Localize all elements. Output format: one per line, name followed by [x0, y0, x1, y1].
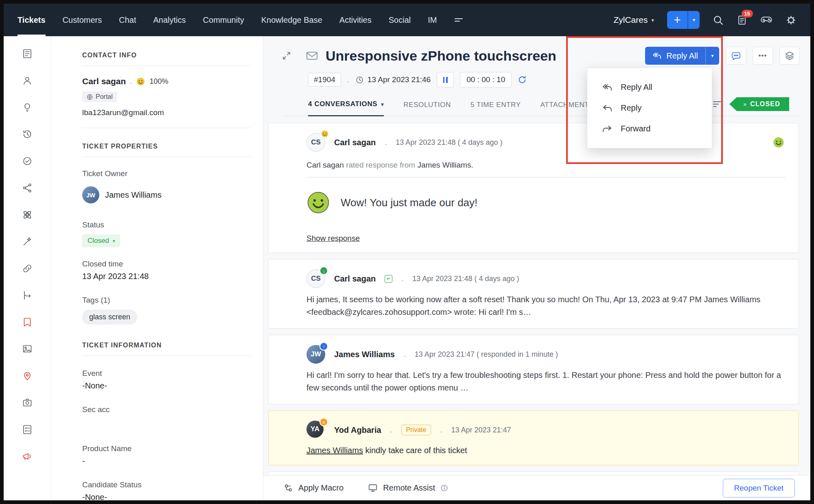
bookmarks-icon[interactable]	[22, 317, 33, 327]
reply-dropdown-menu: Reply All Reply Forward	[587, 68, 712, 148]
nav-customers[interactable]: Customers	[63, 4, 102, 36]
field-label-product-name: Product Name	[82, 444, 251, 453]
camera-icon[interactable]	[22, 397, 33, 408]
nav-social[interactable]: Social	[389, 4, 411, 36]
add-button[interactable]: +	[667, 11, 687, 29]
menu-item-forward[interactable]: Forward	[587, 118, 712, 139]
contact-info-heading: CONTACT INFO	[82, 52, 251, 59]
rated-mid: rated response from	[346, 161, 415, 169]
links-icon[interactable]	[22, 263, 33, 274]
conversation-incoming-card[interactable]: CS ↓ Carl sagan ↵ . 13 Apr 2023 21:48 ( …	[268, 259, 799, 329]
private-note-card[interactable]: YA ≡ Yod Agbaria . Private . 13 Apr 2023…	[268, 410, 799, 465]
ticket-main-area: Unresponsive zPhone touchscreen Reply Al…	[263, 36, 810, 500]
tab-resolution[interactable]: RESOLUTION	[403, 101, 451, 116]
share-icon[interactable]	[22, 183, 33, 193]
reopen-ticket-button[interactable]: Reopen Ticket	[723, 479, 795, 497]
insights-icon[interactable]	[22, 102, 33, 113]
show-response-link[interactable]: Show response	[306, 234, 360, 243]
notifications-icon[interactable]: 15	[737, 15, 747, 26]
happiness-smiley-icon	[136, 77, 145, 86]
nav-chat[interactable]: Chat	[119, 4, 136, 36]
remote-assist-button[interactable]: Remote Assist	[368, 483, 448, 493]
field-label-event: Event	[82, 369, 251, 378]
note-message-rest: kindly take care of this ticket	[365, 446, 467, 455]
ticket-side-panel: CONTACT INFO Carl sagan . 100% Portal lb…	[51, 36, 263, 500]
workflow-icon[interactable]	[22, 290, 33, 301]
ticket-details-icon[interactable]	[22, 48, 33, 59]
dot-separator: .	[404, 350, 406, 359]
timer-display: 00 : 00 : 10	[460, 72, 512, 87]
status-dropdown[interactable]: Closed ▾	[82, 234, 120, 247]
checklist-icon[interactable]	[22, 424, 33, 435]
menu-item-reply-all[interactable]: Reply All	[587, 77, 712, 98]
tab-attachments[interactable]: ATTACHMENTS	[540, 101, 594, 116]
notification-count-badge: 15	[742, 10, 753, 17]
history-icon[interactable]	[22, 129, 33, 140]
conversation-thread: CS Carl sagan . 13 Apr 2023 21:48 ( 4 da…	[263, 116, 810, 475]
comments-button[interactable]	[726, 47, 746, 65]
dotted-divider	[306, 177, 785, 178]
search-icon[interactable]	[713, 15, 724, 26]
announcement-icon[interactable]	[22, 451, 33, 462]
dot-separator: .	[440, 426, 442, 434]
dot-separator: .	[347, 76, 349, 84]
nav-items: Tickets Customers Chat Analytics Communi…	[18, 4, 464, 36]
nav-knowledge-base[interactable]: Knowledge Base	[261, 4, 322, 36]
mention-link[interactable]: James Williams	[306, 446, 363, 455]
department-selector[interactable]: ZylCares ▾	[613, 15, 654, 25]
rated-author: Carl sagan	[306, 161, 344, 169]
settings-gear-icon[interactable]	[786, 15, 796, 26]
conversation-outgoing-card[interactable]: JW ↑ James Williams . 13 Apr 2023 21:47 …	[268, 335, 799, 404]
globe-icon	[87, 94, 93, 100]
automation-wand-icon[interactable]	[22, 236, 33, 247]
monitor-icon	[368, 483, 378, 493]
timer-pause-button[interactable]	[437, 72, 454, 87]
collapse-panel-icon[interactable]	[282, 51, 291, 60]
tab-conversations[interactable]: 4 CONVERSATIONS ▾	[308, 100, 384, 116]
integrations-icon[interactable]	[22, 209, 33, 220]
status-value: Closed	[88, 237, 109, 245]
field-label-candidate-status: Candidate Status	[82, 480, 251, 489]
nav-analytics[interactable]: Analytics	[153, 4, 186, 36]
ticket-id-badge: #1904	[308, 73, 341, 87]
reply-all-caret-button[interactable]: ▾	[705, 47, 719, 65]
menu-label: Forward	[621, 124, 650, 133]
brand-label: ZylCares	[613, 15, 648, 25]
channel-label: Portal	[96, 93, 113, 100]
status-label: Status	[82, 220, 251, 229]
conversation-rating-card[interactable]: CS Carl sagan . 13 Apr 2023 21:48 ( 4 da…	[268, 123, 799, 253]
games-controller-icon[interactable]	[760, 15, 772, 25]
happy-rating-badge-icon	[320, 129, 329, 138]
created-date-text: 13 Apr 2023 21:46	[368, 75, 431, 84]
timer-reset-button[interactable]	[518, 75, 527, 84]
conversation-time: 13 Apr 2023 21:47 ( responded in 1 minut…	[415, 350, 558, 359]
nav-more-icon[interactable]	[454, 16, 464, 24]
approvals-icon[interactable]	[22, 156, 33, 166]
gallery-icon[interactable]	[22, 344, 33, 354]
ticket-tabs: 4 CONVERSATIONS ▾ RESOLUTION 5 TIME ENTR…	[282, 97, 800, 116]
location-pin-icon[interactable]	[22, 371, 33, 381]
menu-item-reply[interactable]: Reply	[587, 98, 712, 118]
app-window: Tickets Customers Chat Analytics Communi…	[0, 0, 814, 504]
next-conversation-card-partial[interactable]	[268, 471, 799, 475]
nav-tickets[interactable]: Tickets	[18, 4, 46, 36]
reply-source-icon: ↵	[385, 275, 392, 283]
pause-icon	[446, 77, 448, 83]
remote-assist-label: Remote Assist	[383, 483, 435, 493]
reply-all-button[interactable]: Reply All	[645, 51, 705, 61]
nav-community[interactable]: Community	[203, 4, 244, 36]
field-value-candidate-status: -None-	[82, 493, 251, 500]
nav-right-cluster: ZylCares ▾ + ▾ 15	[613, 11, 796, 29]
layers-button[interactable]	[779, 47, 800, 65]
tag-glass-screen[interactable]: glass screen	[82, 310, 137, 325]
divider	[82, 65, 251, 66]
apply-macro-button[interactable]: Apply Macro	[284, 483, 344, 493]
contacts-icon[interactable]	[22, 75, 33, 86]
nav-activities[interactable]: Activities	[339, 4, 372, 36]
contact-name[interactable]: Carl sagan	[82, 76, 126, 86]
add-caret-button[interactable]: ▾	[687, 11, 700, 29]
tab-time-entry[interactable]: 5 TIME ENTRY	[470, 101, 521, 116]
nav-im[interactable]: IM	[428, 4, 437, 36]
more-actions-button[interactable]: •••	[753, 47, 773, 65]
sort-conversations-icon[interactable]	[712, 100, 722, 108]
